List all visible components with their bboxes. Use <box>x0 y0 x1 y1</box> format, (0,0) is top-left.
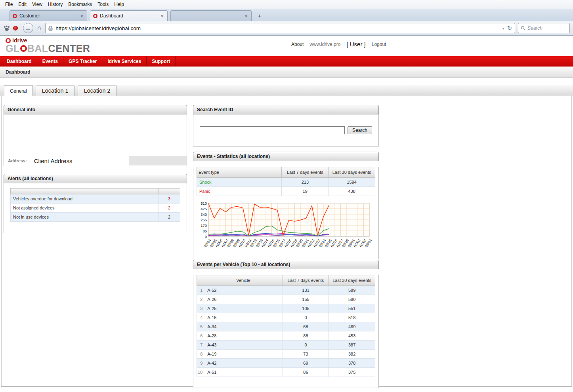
url-bar[interactable]: ▾ ↻ <box>45 23 515 33</box>
nav-item-events[interactable]: Events <box>37 56 63 67</box>
nav-item-gps-tracker[interactable]: GPS Tracker <box>63 56 102 67</box>
nav-item-idrive-services[interactable]: Idrive Services <box>102 56 147 67</box>
table-header-row <box>11 188 180 194</box>
y-axis-tick-label: 85 <box>195 229 207 233</box>
alert-label: Not in use devices <box>11 213 159 222</box>
about-link[interactable]: About <box>291 42 304 47</box>
menu-help[interactable]: Help <box>111 1 127 8</box>
lock-icon[interactable] <box>48 26 53 31</box>
last30-cell: 382 <box>329 350 375 359</box>
y-axis-tick-label: 0 <box>195 234 207 239</box>
y-axis-tick-label: 170 <box>195 223 207 228</box>
last7-cell: 69 <box>283 359 329 368</box>
menu-edit[interactable]: Edit <box>15 1 29 8</box>
tab-location-2[interactable]: Location 2 <box>78 86 117 96</box>
menu-tools[interactable]: Tools <box>95 1 111 8</box>
back-button[interactable]: ← <box>23 23 33 33</box>
event-type-cell: Shock <box>197 178 282 187</box>
logo-ring-icon <box>6 38 11 43</box>
url-input[interactable] <box>55 25 499 31</box>
browser-tab-blank[interactable]: × <box>170 10 252 21</box>
last7-cell: 68 <box>283 322 329 331</box>
table-row: 7 A-43 0 387 <box>197 341 375 350</box>
vehicle-cell: A-19 <box>204 350 283 359</box>
breadcrumb-label: Dashboard <box>6 69 31 75</box>
vehicle-cell: A-15 <box>204 313 283 322</box>
alert-label: Not assigned devices <box>11 204 159 213</box>
table-header-row: Event type Last 7 days events Last 30 da… <box>197 167 375 178</box>
event-type-cell: Panic <box>197 187 282 196</box>
table-row: 2 A-26 155 580 <box>197 295 375 304</box>
panel-title: Alerts (all locations) <box>4 174 187 183</box>
table-row: 9 A-42 69 378 <box>197 359 375 368</box>
table-row: Vehicles overdue for download 3 <box>11 194 180 204</box>
events-stats-table: Event type Last 7 days events Last 30 da… <box>197 167 375 196</box>
url-dropdown-icon[interactable]: ▾ <box>502 26 504 30</box>
tab-title: Dashboard <box>100 13 157 19</box>
last30-cell: 551 <box>329 304 375 313</box>
address-row: Address: Client Address <box>4 156 187 166</box>
user-label[interactable]: [ User ] <box>346 41 365 48</box>
last30-cell: 378 <box>329 359 375 368</box>
vehicle-cell: A-42 <box>204 359 283 368</box>
menu-bookmarks[interactable]: Bookmarks <box>65 1 95 8</box>
logo-text-center: CENTER <box>48 43 90 54</box>
search-icon <box>521 26 525 30</box>
alerts-header-empty <box>11 188 159 194</box>
panel-title: Events - Statistics (all locations) <box>193 152 379 161</box>
alerts-table: Vehicles overdue for download 3 Not assi… <box>10 188 180 222</box>
table-row: 3 A-25 105 551 <box>197 304 375 313</box>
vehicle-cell: A-25 <box>204 304 283 313</box>
logout-link[interactable]: Logout <box>372 42 386 47</box>
address-field-filler <box>129 156 187 166</box>
tab-close-icon[interactable]: × <box>79 13 84 19</box>
navigation-toolbar: ← ⌂ ▾ ↻ <box>0 21 573 36</box>
menu-file[interactable]: File <box>2 1 15 8</box>
new-tab-button[interactable]: + <box>254 11 265 19</box>
tab-close-icon[interactable]: × <box>160 13 164 19</box>
table-row: 10 A-51 86 375 <box>197 368 375 377</box>
table-header-row: Vehicle Last 7 days events Last 30 days … <box>197 275 375 286</box>
home-icon[interactable]: ⌂ <box>36 24 42 32</box>
column-header: Last 30 days events <box>329 275 375 286</box>
browser-tab-customer[interactable]: Customer × <box>10 10 87 21</box>
address-value: Client Address <box>34 158 73 164</box>
event-id-input[interactable] <box>200 126 345 134</box>
last7-cell: 88 <box>283 331 329 341</box>
record-extension-icon[interactable] <box>13 26 18 30</box>
column-header: Last 30 days events <box>329 167 375 178</box>
vehicle-cell: A-43 <box>204 341 283 350</box>
rank-cell: 9 <box>197 359 204 368</box>
alerts-panel: Alerts (all locations) Vehicles overdue … <box>4 174 187 233</box>
table-row: 6 A-28 88 453 <box>197 331 375 341</box>
tab-close-icon[interactable]: × <box>244 13 248 19</box>
nav-item-dashboard[interactable]: Dashboard <box>2 56 37 67</box>
table-row: 1 A-52 131 589 <box>197 286 375 295</box>
browser-search-input[interactable] <box>527 25 567 31</box>
search-event-panel: Search Event ID Search <box>193 105 379 147</box>
events-statistics-panel: Events - Statistics (all locations) Even… <box>193 152 379 259</box>
menu-history[interactable]: History <box>45 1 65 8</box>
search-button[interactable]: Search <box>348 126 372 134</box>
logo-text-gl: GL <box>6 43 20 54</box>
y-axis-tick-label: 425 <box>195 207 207 211</box>
browser-tab-dashboard[interactable]: Dashboard × <box>90 10 168 21</box>
rank-header <box>197 275 204 286</box>
menu-view[interactable]: View <box>29 1 45 8</box>
alerts-header-empty <box>158 188 180 194</box>
tab-location-1[interactable]: Location 1 <box>36 86 75 96</box>
events-per-vehicle-panel: Events per Vehicle (Top 10 - all locatio… <box>193 260 379 388</box>
browser-search-box[interactable] <box>518 23 570 33</box>
rank-cell: 7 <box>197 341 204 350</box>
tab-general[interactable]: General <box>4 85 33 96</box>
breadcrumb: Dashboard <box>0 67 573 78</box>
browser-chrome: File Edit View History Bookmarks Tools H… <box>0 0 573 36</box>
column-header: Last 7 days events <box>283 275 329 286</box>
tab-bar: Customer × Dashboard × × + <box>0 9 573 21</box>
nav-item-support[interactable]: Support <box>147 56 176 67</box>
site-header: idrive GL BAL CENTER About www.idrive.pr… <box>0 36 573 56</box>
paw-extension-icon[interactable] <box>3 25 10 31</box>
spacer <box>0 78 573 85</box>
website-link[interactable]: www.idrive.pro <box>309 42 340 47</box>
reload-icon[interactable]: ↻ <box>507 25 512 32</box>
